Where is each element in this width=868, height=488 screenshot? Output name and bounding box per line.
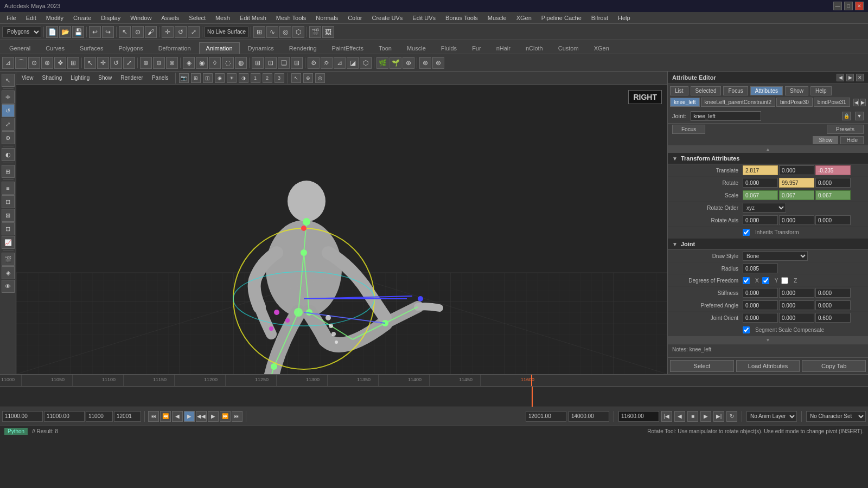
play-btn[interactable]: ▶ xyxy=(184,411,195,422)
menu-muscle[interactable]: Muscle xyxy=(483,14,511,22)
menu-edit-uvs[interactable]: Edit UVs xyxy=(408,14,440,22)
attr-panel-prev[interactable]: ◀ xyxy=(837,74,844,81)
anim-tool-30[interactable]: ⊕ xyxy=(403,57,414,69)
layer-editor-btn[interactable]: ⊡ xyxy=(2,222,15,235)
open-scene-btn[interactable]: 📂 xyxy=(59,26,71,38)
menu-pipeline-cache[interactable]: Pipeline Cache xyxy=(537,14,586,22)
tab-polygons[interactable]: Polygons xyxy=(111,42,150,54)
joint-orient-x-input[interactable] xyxy=(743,313,778,323)
radius-input[interactable] xyxy=(743,264,778,273)
menu-bifrost[interactable]: Bifrost xyxy=(587,14,612,22)
menu-normals[interactable]: Normals xyxy=(311,14,342,22)
scroll-down-btn[interactable]: ▼ xyxy=(668,336,868,344)
anim-tool-17[interactable]: ◌ xyxy=(222,57,234,69)
prev-frame-btn[interactable]: ◀ xyxy=(172,411,183,422)
focus-button[interactable]: Focus xyxy=(672,125,705,134)
anim-tool-31[interactable]: ⊛ xyxy=(419,57,431,69)
joint-orient-z-input[interactable] xyxy=(815,313,851,323)
vp-iso-btn[interactable]: ◎ xyxy=(315,73,325,83)
tab-xgen[interactable]: XGen xyxy=(587,42,616,54)
select-tool-btn[interactable]: ↖ xyxy=(2,74,15,87)
joint-arrow-btn[interactable]: ▼ xyxy=(855,112,864,120)
hide-button[interactable]: Hide xyxy=(840,136,864,144)
seg-scale-checkbox[interactable] xyxy=(743,326,750,333)
vp-res3-btn[interactable]: 3 xyxy=(275,73,284,83)
anim-tool-29[interactable]: 🌱 xyxy=(390,57,401,69)
tab-painteffects[interactable]: PaintEffects xyxy=(325,42,371,54)
stiffness-z-input[interactable] xyxy=(815,288,851,298)
joint-orient-y-input[interactable] xyxy=(779,313,814,323)
anim-tool-24[interactable]: ⛭ xyxy=(321,57,333,69)
tab-surfaces[interactable]: Surfaces xyxy=(73,42,110,54)
render-view-btn[interactable]: 🎬 xyxy=(2,253,15,266)
stop-btn[interactable]: ■ xyxy=(687,411,698,422)
vp-sel-btn[interactable]: ↖ xyxy=(291,73,301,83)
menu-mesh-tools[interactable]: Mesh Tools xyxy=(272,14,310,22)
anim-tool-2[interactable]: ⌒ xyxy=(15,57,27,69)
attr-tab-attributes[interactable]: Attributes xyxy=(750,86,783,95)
go-end-btn[interactable]: ⏭ xyxy=(232,411,242,422)
rotate-btn[interactable]: ↺ xyxy=(175,26,187,38)
presets-button[interactable]: Presets xyxy=(827,125,864,134)
anim-tool-28[interactable]: 🌿 xyxy=(376,57,388,69)
pref-angle-z-input[interactable] xyxy=(815,300,851,310)
viewport-3d[interactable]: y 530.0 RIGHT xyxy=(16,85,667,374)
tab-curves[interactable]: Curves xyxy=(39,42,72,54)
next-key-btn[interactable]: ⏩ xyxy=(220,411,231,422)
vp-wire-btn[interactable]: ◫ xyxy=(203,73,213,83)
vp-snap-btn[interactable]: ⊕ xyxy=(303,73,313,83)
scale-x-input[interactable] xyxy=(743,190,778,200)
start-frame-input[interactable] xyxy=(2,411,43,422)
translate-y-input[interactable] xyxy=(779,165,814,175)
snap-grid-btn[interactable]: ⊞ xyxy=(253,26,265,38)
attr-tab-selected[interactable]: Selected xyxy=(691,86,722,95)
anim-tool-32[interactable]: ⊜ xyxy=(432,57,444,69)
move-btn[interactable]: ✛ xyxy=(162,26,174,38)
vp-smooth-btn[interactable]: ◉ xyxy=(215,73,225,83)
attr-tab-list[interactable]: List xyxy=(670,86,688,95)
tab-fluids[interactable]: Fluids xyxy=(434,42,464,54)
tab-deformation[interactable]: Deformation xyxy=(151,42,198,54)
anim-tool-8[interactable]: ✛ xyxy=(97,57,109,69)
menu-color[interactable]: Color xyxy=(343,14,366,22)
menu-file[interactable]: File xyxy=(2,14,21,22)
attr-editor-btn[interactable]: ⊟ xyxy=(2,195,15,208)
attr-tab-focus[interactable]: Focus xyxy=(723,86,748,95)
tab-custom[interactable]: Custom xyxy=(551,42,586,54)
snap-point-btn[interactable]: ◎ xyxy=(279,26,291,38)
soft-select-btn[interactable]: ◐ xyxy=(2,148,15,161)
anim-tool-4[interactable]: ⊕ xyxy=(41,57,53,69)
show-button[interactable]: Show xyxy=(813,136,838,144)
graph-editor-btn[interactable]: 📈 xyxy=(2,236,15,249)
scale-btn[interactable]: ⤢ xyxy=(188,26,200,38)
vp-menu-lighting[interactable]: Lighting xyxy=(67,74,93,82)
tab-general[interactable]: General xyxy=(2,42,37,54)
menu-assets[interactable]: Assets xyxy=(157,14,183,22)
end-frame-input[interactable] xyxy=(114,411,141,422)
scale-y-input[interactable] xyxy=(779,190,814,200)
vp-res2-btn[interactable]: 2 xyxy=(263,73,272,83)
scroll-up-btn[interactable]: ▲ xyxy=(668,145,868,153)
vp-light-btn[interactable]: ☀ xyxy=(227,73,237,83)
anim-tool-5[interactable]: ❖ xyxy=(54,57,66,69)
menu-bonus-tools[interactable]: Bonus Tools xyxy=(441,14,482,22)
anim-tool-9[interactable]: ↺ xyxy=(110,57,122,69)
paint-btn[interactable]: 🖌 xyxy=(145,26,157,38)
rotate-axis-z-input[interactable] xyxy=(815,215,851,225)
copy-tab-button[interactable]: Copy Tab xyxy=(802,360,866,372)
scale-z-input[interactable] xyxy=(815,190,851,200)
transform-section-header[interactable]: ▼ Transform Attributes xyxy=(668,153,868,164)
translate-z-input[interactable] xyxy=(815,165,851,175)
vp-menu-panels[interactable]: Panels xyxy=(149,74,172,82)
menu-window[interactable]: Window xyxy=(126,14,156,22)
anim-tool-12[interactable]: ⊖ xyxy=(153,57,165,69)
tab-fur[interactable]: Fur xyxy=(465,42,488,54)
node-tab-constraint[interactable]: kneeLeft_parentConstraint2 xyxy=(701,98,775,107)
minimize-button[interactable]: — xyxy=(833,2,842,10)
go-start-btn[interactable]: ⏮ xyxy=(148,411,159,422)
stiffness-y-input[interactable] xyxy=(779,288,814,298)
anim-tool-1[interactable]: ⊿ xyxy=(2,57,14,69)
pref-angle-x-input[interactable] xyxy=(743,300,778,310)
menu-edit-mesh[interactable]: Edit Mesh xyxy=(235,14,271,22)
undo-btn[interactable]: ↩ xyxy=(89,26,101,38)
